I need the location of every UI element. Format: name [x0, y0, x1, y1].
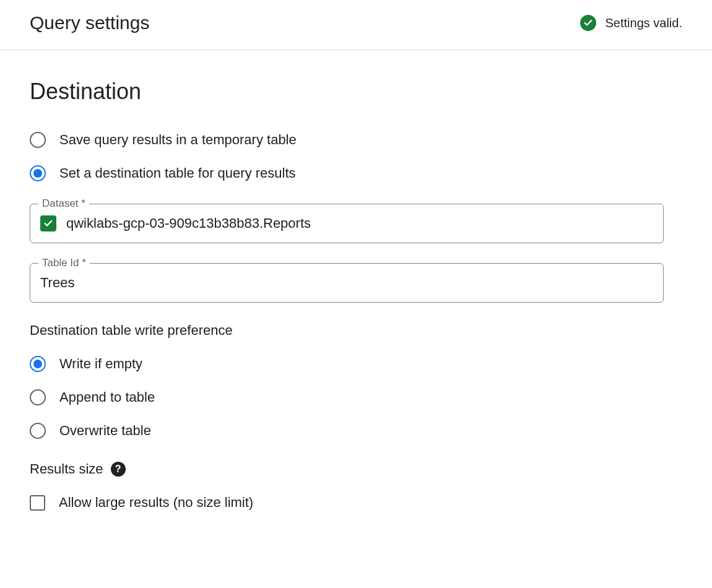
radio-icon [30, 132, 46, 148]
checkbox-label: Allow large results (no size limit) [59, 495, 253, 511]
results-size-heading-row: Results size ? [30, 461, 682, 477]
radio-destination-table[interactable]: Set a destination table for query result… [30, 165, 682, 181]
status-text: Settings valid. [605, 16, 682, 30]
table-id-label: Table Id * [38, 257, 90, 269]
write-preference-radio-group: Write if empty Append to table Overwrite… [30, 356, 682, 439]
content: Destination Save query results in a temp… [0, 50, 712, 535]
radio-label: Append to table [59, 389, 155, 405]
destination-heading: Destination [30, 79, 682, 105]
radio-write-if-empty[interactable]: Write if empty [30, 356, 682, 372]
radio-icon [30, 356, 46, 372]
results-size-heading: Results size [30, 461, 103, 477]
check-square-icon [40, 215, 56, 231]
radio-icon [30, 423, 46, 439]
dataset-box[interactable] [30, 204, 664, 243]
table-id-input[interactable] [40, 275, 653, 291]
dataset-field: Dataset * [30, 204, 664, 243]
check-circle-icon [580, 15, 596, 31]
radio-inner-icon [33, 360, 42, 368]
radio-icon [30, 389, 46, 405]
radio-temporary-table[interactable]: Save query results in a temporary table [30, 132, 682, 148]
header: Query settings Settings valid. [0, 0, 712, 50]
help-icon[interactable]: ? [111, 462, 126, 477]
table-id-box[interactable] [30, 263, 664, 303]
table-id-field: Table Id * [30, 263, 664, 303]
content-scroll[interactable]: Destination Save query results in a temp… [0, 50, 712, 582]
checkbox-icon [30, 495, 45, 511]
destination-radio-group: Save query results in a temporary table … [30, 132, 682, 181]
write-preference-heading: Destination table write preference [30, 322, 682, 339]
radio-icon [30, 165, 46, 181]
status: Settings valid. [580, 15, 682, 31]
radio-append-to-table[interactable]: Append to table [30, 389, 682, 405]
radio-label: Save query results in a temporary table [59, 132, 297, 148]
radio-overwrite-table[interactable]: Overwrite table [30, 423, 682, 439]
allow-large-results-checkbox[interactable]: Allow large results (no size limit) [30, 495, 682, 511]
radio-inner-icon [33, 169, 42, 178]
radio-label: Overwrite table [59, 423, 151, 439]
dataset-label: Dataset * [38, 197, 89, 210]
page-title: Query settings [30, 12, 149, 33]
dataset-input[interactable] [66, 215, 653, 231]
radio-label: Write if empty [59, 356, 142, 372]
radio-label: Set a destination table for query result… [59, 165, 296, 181]
